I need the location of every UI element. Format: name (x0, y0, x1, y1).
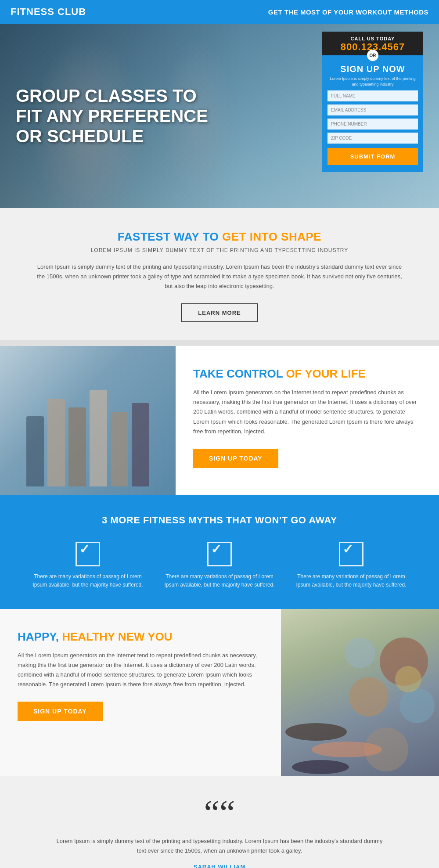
pilates-svg (281, 609, 439, 776)
fastest-body: Lorem Ipsum is simply dummy text of the … (35, 262, 404, 291)
phone-input[interactable] (327, 119, 418, 130)
site-logo: FITNESS CLUB (11, 6, 86, 18)
testimonial-section: ““ Lorem Ipsum is simply dummy text of t… (0, 776, 439, 868)
gym-class-visual (0, 346, 176, 495)
myth-item-3: There are many variations of passag of L… (290, 542, 413, 589)
testimonial-text: Lorem Ipsum is simply dummy text of the … (53, 836, 386, 856)
zip-input[interactable] (327, 133, 418, 144)
take-control-content: TAKE CONTROL OF YOUR LIFE All the Lorem … (176, 346, 439, 495)
hero-section: GROUP CLASSES TO FIT ANY PREFERENCE OR S… (0, 24, 439, 208)
take-control-blue: TAKE CONTROL (193, 367, 283, 380)
fastest-heading-orange: GET INTO SHAPE (222, 230, 321, 243)
testimonial-author: SARAH WILLIAM (53, 864, 386, 868)
myth-checkbox-3 (339, 542, 363, 566)
happy-blue: HAPPY, (18, 630, 59, 643)
svg-point-4 (285, 723, 347, 741)
fastest-section: FASTEST WAY TO GET INTO SHAPE LOREM IPSU… (0, 208, 439, 340)
person-sim-5 (111, 412, 128, 486)
or-badge: OR (367, 50, 378, 61)
happy-orange: HEALTHY NEW YOU (62, 630, 172, 643)
myth-text-2: There are many variations of passag of L… (158, 573, 281, 589)
happy-section: HAPPY, HEALTHY NEW YOU All the Lorem Ips… (0, 609, 439, 776)
myth-checkbox-1 (76, 542, 100, 566)
person-sim-6 (132, 403, 149, 486)
svg-point-2 (399, 688, 435, 723)
signup-box: CALL US TODAY 800.123.4567 OR SIGN UP NO… (322, 32, 423, 172)
take-control-section: TAKE CONTROL OF YOUR LIFE All the Lorem … (0, 346, 439, 495)
hero-text-block: GROUP CLASSES TO FIT ANY PREFERENCE OR S… (0, 86, 211, 146)
take-control-orange: OF YOUR LIFE (286, 367, 366, 380)
email-input[interactable] (327, 104, 418, 115)
myths-grid: There are many variations of passag of L… (26, 542, 413, 589)
svg-point-7 (395, 666, 421, 692)
myth-item-1: There are many variations of passag of L… (26, 542, 149, 589)
signup-form (322, 90, 423, 144)
submit-button[interactable]: SUBMIT FORM (327, 148, 418, 165)
happy-content: HAPPY, HEALTHY NEW YOU All the Lorem Ips… (0, 609, 281, 776)
signup-subtitle: Lorem Ipsum is simply dummy text of the … (322, 76, 423, 90)
site-header: FITNESS CLUB GET THE MOST OF YOUR WORKOU… (0, 0, 439, 24)
myth-text-1: There are many variations of passag of L… (26, 573, 149, 589)
person-sim-3 (68, 407, 86, 486)
myth-item-2: There are many variations of passag of L… (158, 542, 281, 589)
myths-section: 3 MORE FITNESS MYTHS THAT WON'T GO AWAY … (0, 495, 439, 609)
take-control-signup-button[interactable]: SIGN UP TODAY (193, 449, 278, 468)
happy-signup-button[interactable]: SIGN UP TODAY (18, 702, 103, 721)
learn-more-button[interactable]: LEARN MORE (181, 303, 257, 322)
fastest-heading-blue: FASTEST WAY TO (118, 230, 219, 243)
svg-point-8 (345, 637, 375, 668)
full-name-input[interactable] (327, 90, 418, 101)
signup-title: SIGN UP NOW (322, 64, 423, 76)
myth-text-3: There are many variations of passag of L… (290, 573, 413, 589)
svg-point-5 (312, 742, 382, 757)
person-sim-4 (90, 390, 107, 486)
fastest-subtitle: LOREM IPSUM IS SIMPLY DUMMY TEXT OF THE … (35, 247, 404, 253)
take-control-heading: TAKE CONTROL OF YOUR LIFE (193, 367, 421, 381)
take-control-body: All the Lorem Ipsum generators on the In… (193, 388, 421, 436)
happy-heading: HAPPY, HEALTHY NEW YOU (18, 630, 263, 644)
take-control-image (0, 346, 176, 495)
person-sim-2 (47, 399, 65, 486)
svg-point-6 (292, 760, 349, 774)
hero-headline: GROUP CLASSES TO FIT ANY PREFERENCE OR S… (16, 86, 211, 146)
myth-checkbox-2 (207, 542, 232, 566)
fastest-heading: FASTEST WAY TO GET INTO SHAPE (35, 230, 404, 244)
person-sim-1 (26, 416, 44, 486)
svg-point-1 (349, 677, 389, 717)
quote-icon: ““ (53, 802, 386, 823)
happy-image (281, 609, 439, 776)
happy-body: All the Lorem Ipsum generators on the In… (18, 651, 263, 689)
header-tagline: GET THE MOST OF YOUR WORKOUT METHODS (268, 8, 428, 16)
myths-heading: 3 MORE FITNESS MYTHS THAT WON'T GO AWAY (26, 515, 413, 526)
call-label: CALL US TODAY (326, 36, 420, 41)
section-divider (0, 340, 439, 346)
